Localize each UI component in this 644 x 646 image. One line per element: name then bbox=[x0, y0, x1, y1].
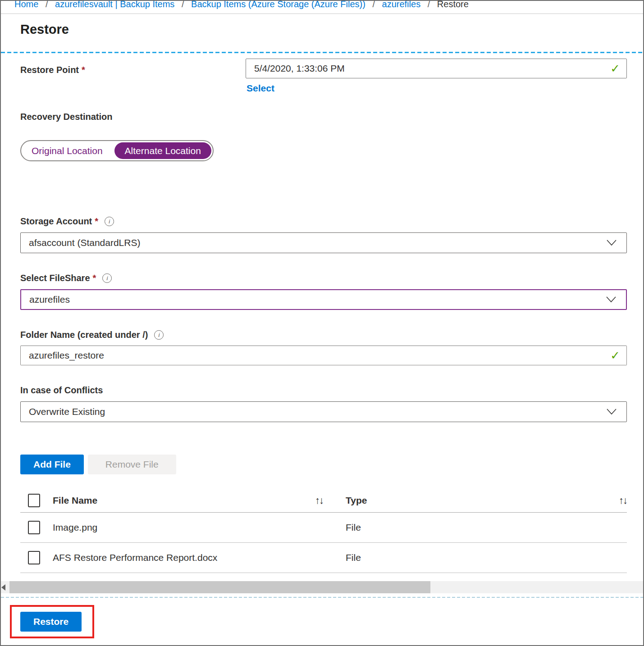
storage-account-label: Storage Account * i bbox=[20, 216, 627, 227]
scroll-left-arrow-icon[interactable] bbox=[1, 584, 5, 591]
type-column-header: Type bbox=[346, 495, 609, 506]
conflicts-value: Overwrite Existing bbox=[29, 406, 105, 417]
sort-file-name-icon[interactable]: ↑↓ bbox=[315, 495, 323, 506]
row-checkbox[interactable] bbox=[28, 551, 40, 564]
breadcrumb: Home / azurefilesvault | Backup Items / … bbox=[1, 1, 643, 14]
horizontal-scrollbar[interactable] bbox=[1, 581, 643, 593]
info-icon[interactable]: i bbox=[105, 217, 114, 226]
breadcrumb-separator: / bbox=[46, 1, 48, 9]
storage-account-value: afsaccount (StandardLRS) bbox=[29, 237, 140, 248]
restore-point-field[interactable]: ✓ bbox=[246, 59, 627, 78]
breadcrumb-vault[interactable]: azurefilesvault | Backup Items bbox=[55, 1, 174, 9]
breadcrumb-separator: / bbox=[182, 1, 184, 9]
valid-check-icon: ✓ bbox=[610, 63, 620, 74]
recovery-destination-label: Recovery Destination bbox=[20, 112, 627, 122]
info-icon[interactable]: i bbox=[154, 330, 164, 340]
file-share-label: Select FileShare * i bbox=[20, 273, 627, 283]
conflicts-label: In case of Conflicts bbox=[20, 385, 627, 396]
add-file-button[interactable]: Add File bbox=[20, 455, 84, 474]
type-cell: File bbox=[346, 522, 609, 533]
folder-name-label: Folder Name (created under /) i bbox=[20, 330, 627, 340]
restore-point-label: Restore Point * bbox=[20, 59, 246, 78]
remove-file-button[interactable]: Remove File bbox=[88, 455, 176, 474]
breadcrumb-home[interactable]: Home bbox=[14, 1, 38, 9]
breadcrumb-current: Restore bbox=[437, 1, 469, 9]
file-name-column-header: File Name bbox=[53, 495, 315, 506]
folder-name-field[interactable]: ✓ bbox=[20, 346, 627, 365]
select-restore-point-link[interactable]: Select bbox=[247, 83, 274, 94]
chevron-down-icon bbox=[606, 296, 616, 303]
table-row[interactable]: AFS Restore Performance Report.docx File bbox=[20, 543, 627, 573]
footer: Restore bbox=[1, 598, 643, 638]
valid-check-icon: ✓ bbox=[610, 350, 620, 361]
chevron-down-icon bbox=[607, 240, 617, 246]
breadcrumb-separator: / bbox=[372, 1, 375, 9]
file-share-value: azurefiles bbox=[29, 294, 70, 305]
table-row[interactable]: Image.png File bbox=[20, 513, 627, 543]
recovery-destination-toggle: Original Location Alternate Location bbox=[20, 140, 214, 161]
storage-account-dropdown[interactable]: afsaccount (StandardLRS) bbox=[20, 232, 627, 253]
breadcrumb-separator: / bbox=[428, 1, 430, 9]
type-cell: File bbox=[346, 552, 609, 563]
folder-name-input[interactable] bbox=[21, 350, 626, 361]
breadcrumb-azurefiles[interactable]: azurefiles bbox=[382, 1, 421, 9]
row-checkbox[interactable] bbox=[28, 521, 40, 534]
file-table: File Name ↑↓ Type ↑↓ Image.png File AFS … bbox=[20, 489, 627, 573]
restore-button[interactable]: Restore bbox=[20, 612, 82, 632]
file-name-cell: AFS Restore Performance Report.docx bbox=[53, 552, 315, 563]
restore-point-input[interactable] bbox=[246, 63, 626, 74]
top-dashed-divider bbox=[1, 52, 643, 53]
page-title: Restore bbox=[20, 22, 643, 37]
breadcrumb-backup-items[interactable]: Backup Items (Azure Storage (Azure Files… bbox=[191, 1, 365, 9]
required-asterisk: * bbox=[93, 273, 96, 283]
scrollbar-thumb[interactable] bbox=[9, 581, 430, 593]
toggle-original-location[interactable]: Original Location bbox=[21, 141, 113, 160]
conflicts-dropdown[interactable]: Overwrite Existing bbox=[20, 401, 627, 422]
required-asterisk: * bbox=[82, 65, 85, 75]
chevron-down-icon bbox=[607, 409, 617, 415]
select-all-checkbox[interactable] bbox=[28, 494, 40, 507]
sort-type-icon[interactable]: ↑↓ bbox=[619, 495, 627, 506]
toggle-alternate-location[interactable]: Alternate Location bbox=[114, 142, 211, 159]
file-name-cell: Image.png bbox=[53, 522, 315, 533]
file-share-dropdown[interactable]: azurefiles bbox=[20, 289, 627, 310]
info-icon[interactable]: i bbox=[102, 273, 112, 283]
required-asterisk: * bbox=[95, 216, 98, 227]
table-header-row: File Name ↑↓ Type ↑↓ bbox=[20, 489, 627, 513]
annotation-highlight: Restore bbox=[10, 605, 94, 638]
